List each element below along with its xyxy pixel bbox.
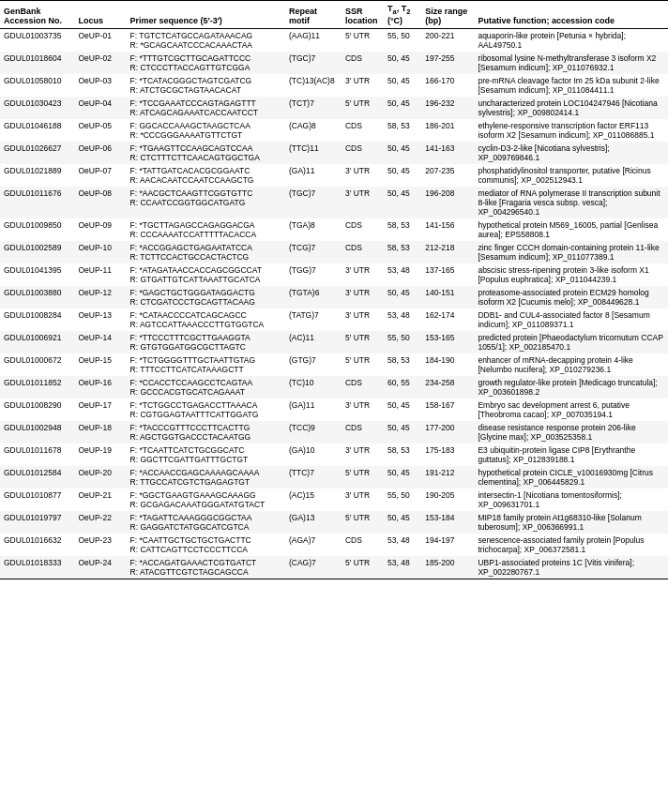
cell-accession: GDUL01026627 (0, 142, 74, 164)
cell-ssr: 3′ UTR (342, 263, 384, 286)
primer-reverse: R: ATACGTTCGTCTAGCAGCCA (130, 567, 281, 577)
cell-locus: OeUP-19 (74, 444, 126, 466)
primer-forward: F: *TTCCCTTTCGCTTGAAGGTA (130, 333, 281, 342)
primer-reverse: R: AGCTGGTGACCCTACAATGG (130, 432, 281, 442)
cell-locus: OeUP-02 (74, 52, 126, 74)
primer-reverse: R: AGTCCATTAAACCCTTGTGGTCA (130, 320, 281, 329)
header-function: Putative function; accession code (474, 1, 668, 29)
cell-temp: 58, 53 (384, 119, 421, 142)
cell-primer: F: *TAGATTCAAAGGGCGGCTAA R: GAGGATCTATGG… (127, 511, 285, 534)
cell-accession: GDUL01008290 (0, 398, 74, 421)
cell-accession: GDUL01009850 (0, 218, 74, 241)
primer-reverse: R: GGCTTCGATTGATTTGCTGT (130, 455, 281, 464)
cell-locus: OeUP-06 (74, 142, 126, 164)
cell-locus: OeUP-01 (74, 28, 126, 52)
primer-forward: F: *TGAAGTTCCAAGCAGTCCAA (130, 143, 281, 153)
cell-repeat: (GA)11 (285, 398, 342, 421)
cell-primer: F: *TGAAGTTCCAAGCAGTCCAA R: CTCTTTCTTCAA… (127, 142, 285, 164)
cell-locus: OeUP-03 (74, 74, 126, 97)
cell-temp: 53, 48 (384, 556, 421, 579)
cell-repeat: (AC)15 (285, 489, 342, 511)
table-row: GDUL01041395 OeUP-11 F: *ATAGATAACCACCAG… (0, 263, 668, 286)
cell-temp: 50, 45 (384, 97, 421, 119)
cell-ssr: CDS (342, 241, 384, 263)
cell-accession: GDUL01011852 (0, 376, 74, 398)
cell-size: 234-258 (421, 376, 474, 398)
primer-reverse: R: CTCCCTTACCAGTTGTCGGA (130, 63, 281, 72)
cell-ssr: 5′ UTR (342, 511, 384, 534)
cell-repeat: (TTC)11 (285, 142, 342, 164)
cell-temp: 50, 45 (384, 286, 421, 308)
table-row: GDUL01008290 OeUP-17 F: *TCTGGCCTGAGACCT… (0, 398, 668, 421)
cell-accession: GDUL01041395 (0, 263, 74, 286)
primer-reverse: R: CTCGATCCCTGCAGTTACAAG (130, 297, 281, 307)
cell-function: UBP1-associated proteins 1C [Vitis vinif… (474, 556, 668, 579)
primer-reverse: R: TCTTCCACTGCCACTACTCG (130, 252, 281, 262)
cell-size: 207-235 (421, 164, 474, 187)
primer-reverse: R: CCAATCCGGTGGCATGATG (130, 198, 281, 207)
table-row: GDUL01030423 OeUP-04 F: *TCCGAAATCCCAGTA… (0, 97, 668, 119)
cell-function: ethylene-responsive transcription factor… (474, 119, 668, 142)
cell-primer: F: *TCATACGGGCTAGTCGATCG R: ATCTGCGCTAGT… (127, 74, 285, 97)
cell-size: 190-205 (421, 489, 474, 511)
table-row: GDUL01046188 OeUP-05 F: GGCACCAAAGCTAAGC… (0, 119, 668, 142)
table-row: GDUL01018604 OeUP-02 F: *TTTGTCGCTTGCAGA… (0, 52, 668, 74)
cell-ssr: 3′ UTR (342, 489, 384, 511)
cell-temp: 50, 45 (384, 466, 421, 489)
cell-ssr: 3′ UTR (342, 164, 384, 187)
primer-forward: F: GGCACCAAAGCTAAGCTCAA (130, 121, 281, 130)
cell-accession: GDUL01018604 (0, 52, 74, 74)
cell-locus: OeUP-11 (74, 263, 126, 286)
cell-ssr: CDS (342, 218, 384, 241)
primer-reverse: R: CGTGGAGTAATTTCATTGGATG (130, 410, 281, 419)
cell-ssr: CDS (342, 52, 384, 74)
cell-size: 196-232 (421, 97, 474, 119)
primer-forward: F: *TCTGGCCTGAGACCTTAAACA (130, 400, 281, 410)
cell-accession: GDUL01010877 (0, 489, 74, 511)
primer-reverse: R: *CCCGGGAAAATGTTCTGT (130, 130, 281, 140)
cell-size: 153-165 (421, 331, 474, 353)
cell-size: 191-212 (421, 466, 474, 489)
cell-temp: 55, 50 (384, 331, 421, 353)
cell-repeat: (TGA)8 (285, 218, 342, 241)
cell-locus: OeUP-20 (74, 466, 126, 489)
cell-ssr: CDS (342, 119, 384, 142)
cell-ssr: 5′ UTR (342, 28, 384, 52)
cell-function: disease resistance response protein 206-… (474, 421, 668, 444)
table-row: GDUL01000672 OeUP-15 F: *TCTGGGGTTTGCTAA… (0, 353, 668, 376)
cell-repeat: (TCT)7 (285, 97, 342, 119)
cell-size: 196-208 (421, 187, 474, 218)
header-ssr: SSRlocation (342, 1, 384, 29)
cell-size: 141-163 (421, 142, 474, 164)
cell-accession: GDUL01002589 (0, 241, 74, 263)
cell-function: cyclin-D3-2-like [Nicotiana sylvestris];… (474, 142, 668, 164)
cell-repeat: (AGA)7 (285, 534, 342, 556)
cell-function: predicted protein [Phaeodactylum tricorn… (474, 331, 668, 353)
cell-temp: 60, 55 (384, 376, 421, 398)
cell-ssr: CDS (342, 534, 384, 556)
cell-primer: F: GGCACCAAAGCTAAGCTCAA R: *CCCGGGAAAATG… (127, 119, 285, 142)
cell-size: 141-156 (421, 218, 474, 241)
table-row: GDUL01009850 OeUP-09 F: *TGCTTAGAGCCAGAG… (0, 218, 668, 241)
cell-locus: OeUP-12 (74, 286, 126, 308)
cell-function: mediator of RNA polymerase II transcript… (474, 187, 668, 218)
primer-reverse: R: GAGGATCTATGGCATCGTCA (130, 522, 281, 532)
table-row: GDUL01002589 OeUP-10 F: *ACCGGAGCTGAGAAT… (0, 241, 668, 263)
cell-primer: F: *CCACCTCCAAGCCTCAGTAA R: GCCCACGTGCAT… (127, 376, 285, 398)
cell-temp: 50, 45 (384, 74, 421, 97)
table-row: GDUL01003735 OeUP-01 F: TGTCTCATGCCAGATA… (0, 28, 668, 52)
table-row: GDUL01011676 OeUP-08 F: *AACGCTCAAGTTCGG… (0, 187, 668, 218)
cell-accession: GDUL01058010 (0, 74, 74, 97)
cell-size: 140-151 (421, 286, 474, 308)
cell-primer: F: *ATAGATAACCACCAGCGGCCAT R: GTGATTGTCA… (127, 263, 285, 286)
cell-size: 184-190 (421, 353, 474, 376)
cell-locus: OeUP-23 (74, 534, 126, 556)
cell-temp: 50, 45 (384, 164, 421, 187)
cell-primer: F: *CATAACCCCATCAGCAGCC R: AGTCCATTAAACC… (127, 308, 285, 331)
header-accession: GenBankAccession No. (0, 1, 74, 29)
cell-ssr: 3′ UTR (342, 444, 384, 466)
cell-ssr: CDS (342, 421, 384, 444)
cell-accession: GDUL01012584 (0, 466, 74, 489)
cell-locus: OeUP-17 (74, 398, 126, 421)
cell-repeat: (TC)10 (285, 376, 342, 398)
